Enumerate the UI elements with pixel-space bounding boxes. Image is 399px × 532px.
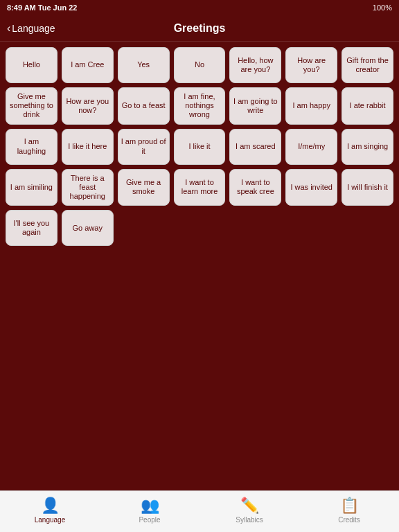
back-label: Language [12, 23, 55, 34]
page-title: Greetings [174, 22, 226, 35]
status-battery: 100% [373, 3, 392, 12]
syllabics-tab-label: Syllabics [236, 516, 263, 524]
credits-tab-label: Credits [338, 516, 360, 524]
language-tab-label: Language [35, 516, 66, 524]
phrase-button[interactable]: How are you now? [62, 87, 114, 125]
phrase-grid: HelloI am CreeYesNoHello, how are you?Ho… [6, 47, 393, 246]
phrase-button[interactable]: I/me/my [285, 129, 337, 165]
phrase-button[interactable]: I am fine, nothings wrong [174, 87, 226, 125]
phrase-button[interactable]: I like it here [62, 129, 114, 165]
phrase-button[interactable]: I like it [174, 129, 226, 165]
phrase-button[interactable]: Hello [6, 47, 57, 83]
phrase-button[interactable]: There is a feast happening [62, 169, 114, 206]
phrase-button[interactable]: I am similing [6, 169, 57, 206]
people-tab-label: People [139, 516, 160, 524]
phrase-button[interactable]: Go away [62, 210, 114, 246]
phrase-button[interactable]: I am going to write [229, 87, 281, 125]
tab-syllabics[interactable]: ✏️Syllabics [200, 493, 299, 528]
phrase-button[interactable]: I am singing [342, 129, 393, 165]
phrase-button[interactable]: I will finish it [342, 169, 393, 206]
phrase-button[interactable]: Go to a feast [118, 87, 170, 125]
phrase-button[interactable]: I am proud of it [118, 129, 170, 165]
phrase-button[interactable]: Hello, how are you? [229, 47, 281, 83]
phrase-button[interactable]: I am happy [285, 87, 337, 125]
phrase-button[interactable]: I was invited [285, 169, 337, 206]
phrase-button[interactable]: I am laughing [6, 129, 57, 165]
tab-people[interactable]: 👥People [100, 493, 200, 528]
status-time-date: 8:49 AM Tue Jun 22 [7, 3, 77, 12]
phrase-button[interactable]: I'll see you again [6, 210, 57, 246]
syllabics-icon: ✏️ [240, 497, 259, 515]
language-icon: 👤 [41, 497, 60, 515]
people-icon: 👥 [141, 497, 159, 515]
status-bar: 8:49 AM Tue Jun 22 100% [0, 0, 399, 15]
nav-bar: ‹ Language Greetings [0, 15, 399, 42]
phrase-button[interactable]: Gift from the creator [342, 47, 393, 83]
back-chevron-icon: ‹ [7, 22, 10, 35]
phrase-button[interactable]: No [174, 47, 226, 83]
tab-language[interactable]: 👤Language [0, 493, 100, 528]
back-button[interactable]: ‹ Language [7, 22, 55, 35]
main-content: HelloI am CreeYesNoHello, how are you?Ho… [0, 42, 399, 490]
phrase-button[interactable]: I am scared [229, 129, 281, 165]
phrase-button[interactable]: Give me a smoke [118, 169, 170, 206]
phrase-button[interactable]: I am Cree [62, 47, 114, 83]
tab-credits[interactable]: 📋Credits [299, 493, 399, 528]
phrase-button[interactable]: Yes [118, 47, 170, 83]
phrase-button[interactable]: I want to learn more [174, 169, 226, 206]
phrase-button[interactable]: Give me something to drink [6, 87, 57, 125]
credits-icon: 📋 [340, 497, 359, 515]
phrase-button[interactable]: I want to speak cree [229, 169, 281, 206]
tab-bar: 👤Language👥People✏️Syllabics📋Credits [0, 490, 399, 532]
phrase-button[interactable]: I ate rabbit [342, 87, 393, 125]
phrase-button[interactable]: How are you? [285, 47, 337, 83]
